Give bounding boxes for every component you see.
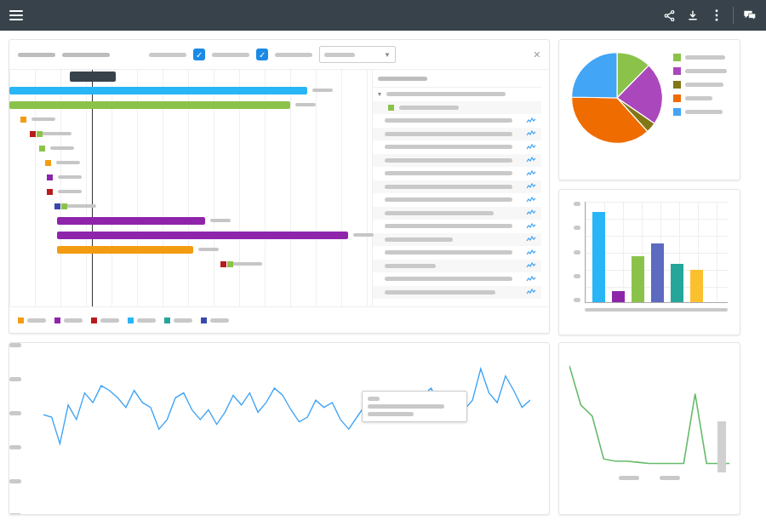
line-chart[interactable]	[43, 357, 530, 478]
gantt-list-row[interactable]	[373, 167, 541, 180]
legend-item[interactable]	[673, 94, 727, 102]
gantt-timeline[interactable]	[9, 70, 372, 306]
gantt-marker[interactable]	[30, 131, 36, 137]
legend-item[interactable]	[91, 317, 119, 323]
gantt-list-row[interactable]	[373, 207, 541, 220]
sparkline-icon	[526, 223, 536, 230]
gantt-list-row[interactable]	[373, 220, 541, 233]
legend-label	[685, 83, 723, 87]
sparkline-icon	[526, 170, 536, 177]
tinyline-card	[558, 342, 740, 515]
gantt-bar[interactable]	[9, 87, 307, 94]
legend-label	[685, 110, 723, 114]
tinyline-chart[interactable]	[569, 360, 729, 472]
gantt-list-row[interactable]	[373, 260, 541, 273]
share-button[interactable]	[658, 4, 680, 26]
gantt-marker-label	[72, 204, 96, 208]
legend-item[interactable]	[673, 67, 727, 75]
bar[interactable]	[592, 212, 605, 302]
gantt-list-row[interactable]	[373, 246, 541, 260]
gantt-marker[interactable]	[61, 203, 67, 209]
gantt-close-button[interactable]: ×	[534, 48, 540, 61]
svg-point-4	[716, 14, 718, 17]
bar[interactable]	[632, 256, 644, 302]
legend-swatch	[128, 317, 134, 323]
gantt-list-row[interactable]	[373, 101, 541, 115]
legend-label	[100, 318, 119, 323]
gantt-title-a	[18, 53, 55, 57]
gantt-marker-label	[58, 190, 82, 193]
gantt-list-row[interactable]: ▾	[373, 88, 541, 101]
gantt-legend	[9, 307, 549, 333]
gantt-marker[interactable]	[47, 189, 53, 195]
bar[interactable]	[612, 291, 625, 302]
gantt-bar[interactable]	[57, 217, 205, 225]
gantt-list-row[interactable]	[373, 114, 541, 128]
legend-item[interactable]	[128, 317, 156, 323]
line-tooltip	[362, 391, 467, 422]
sparkline-icon	[526, 197, 536, 203]
legend-item[interactable]	[201, 317, 229, 323]
gantt-list-row[interactable]	[373, 140, 541, 154]
gantt-marker[interactable]	[37, 131, 43, 137]
list-item-label	[385, 237, 453, 242]
bar[interactable]	[690, 270, 703, 302]
gantt-marker[interactable]	[20, 117, 26, 123]
bar[interactable]	[671, 264, 683, 302]
legend-swatch	[18, 317, 24, 323]
legend-item[interactable]	[673, 54, 727, 61]
menu-button[interactable]	[5, 4, 27, 26]
gantt-marker-label	[31, 117, 55, 121]
gantt-list-row[interactable]	[373, 193, 541, 207]
gantt-bar-label	[210, 219, 231, 222]
gantt-bar-label	[295, 103, 316, 106]
pie-slice[interactable]	[572, 53, 617, 98]
gantt-select[interactable]: ▼	[319, 46, 396, 63]
list-item-label	[385, 290, 495, 295]
legend-label	[64, 318, 83, 323]
legend-item[interactable]	[18, 317, 46, 323]
gantt-title-b	[62, 53, 110, 57]
gantt-marker-label	[48, 132, 71, 135]
gantt-list: ▾	[372, 70, 541, 306]
gantt-list-row[interactable]	[373, 272, 541, 286]
gantt-list-row[interactable]	[373, 154, 541, 168]
gantt-bar-label	[198, 248, 219, 251]
list-item-label	[385, 250, 512, 255]
gantt-marker[interactable]	[54, 203, 60, 209]
legend-item[interactable]	[54, 317, 83, 323]
gantt-list-row[interactable]	[373, 233, 541, 247]
gantt-list-row[interactable]	[373, 128, 541, 141]
gantt-marker[interactable]	[39, 146, 45, 152]
sparkline-icon	[526, 183, 536, 190]
gantt-marker[interactable]	[227, 261, 233, 267]
gantt-filter-c	[275, 53, 312, 57]
gantt-list-row[interactable]	[373, 286, 541, 300]
legend-swatch	[673, 94, 681, 102]
gantt-bar[interactable]	[57, 232, 348, 239]
list-item-label	[385, 158, 512, 163]
gantt-bar[interactable]	[9, 101, 290, 109]
legend-item[interactable]	[673, 108, 727, 116]
legend-item[interactable]	[673, 81, 727, 89]
gantt-marker[interactable]	[47, 174, 53, 180]
sparkline-icon	[526, 249, 536, 256]
gantt-bar[interactable]	[57, 246, 193, 254]
gantt-list-row[interactable]	[373, 180, 541, 194]
download-button[interactable]	[682, 4, 704, 26]
bar-chart[interactable]	[585, 202, 728, 303]
chat-button[interactable]	[739, 4, 761, 26]
bar[interactable]	[651, 243, 664, 302]
list-item-label	[385, 277, 512, 281]
pie-chart[interactable]	[568, 49, 666, 147]
pie-legend	[673, 49, 727, 180]
gantt-checkbox-b[interactable]: ✓	[256, 49, 268, 60]
legend-swatch	[164, 317, 170, 323]
more-button[interactable]	[706, 4, 728, 26]
gantt-marker[interactable]	[45, 160, 51, 166]
gantt-checkbox-a[interactable]: ✓	[193, 49, 205, 60]
legend-item[interactable]	[164, 317, 192, 323]
list-item-label	[386, 92, 506, 96]
gantt-marker[interactable]	[220, 261, 226, 267]
gantt-marker-label	[56, 161, 80, 164]
